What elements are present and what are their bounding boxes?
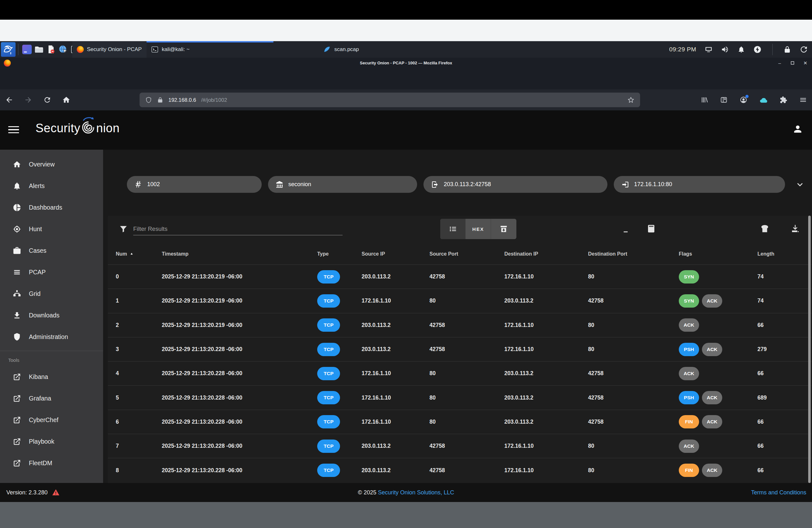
close-button[interactable]: ✕ (802, 60, 809, 66)
sidebar-item-label: Kibana (29, 373, 48, 381)
column-header-destination-ip[interactable]: Destination IP (504, 251, 588, 257)
taskbar-task-terminal[interactable]: kali@kali: ~ (147, 41, 273, 58)
maximize-button[interactable] (790, 61, 795, 65)
cell-source-port: 80 (430, 419, 504, 425)
sidebar-item-overview[interactable]: Overview (0, 153, 103, 175)
cloud-sync-icon[interactable] (759, 96, 768, 104)
display-icon[interactable] (705, 45, 713, 54)
sidebar-tool-grafana[interactable]: Grafana (0, 387, 103, 409)
sidebar-item-administration[interactable]: Administration (0, 326, 103, 348)
account-icon[interactable] (740, 96, 747, 104)
extensions-puzzle-icon[interactable] (780, 96, 787, 104)
packet-view-button[interactable] (440, 219, 466, 239)
workspace-switcher[interactable] (21, 43, 33, 56)
column-header-flags[interactable]: Flags (679, 251, 757, 257)
job-id-value: 1002 (147, 181, 160, 188)
kali-applications-button[interactable] (1, 42, 16, 57)
sidebar-toggle-button[interactable] (8, 124, 19, 135)
terms-link[interactable]: Terms and Conditions (751, 489, 806, 496)
sidebar-item-hunt[interactable]: Hunt (0, 218, 103, 240)
lock-icon[interactable] (157, 97, 163, 103)
download-pcap-icon[interactable] (791, 224, 800, 233)
cell-type: TCP (317, 415, 362, 428)
column-header-num[interactable]: Num (116, 251, 162, 257)
file-manager-launcher[interactable] (33, 43, 45, 56)
folder-icon (34, 44, 44, 55)
sidebar-item-alerts[interactable]: Alerts (0, 175, 103, 196)
forward-button[interactable] (24, 89, 32, 111)
pound-icon (134, 181, 142, 188)
table-row[interactable]: 32025-12-29 21:13:20.228 -06:00TCP203.0.… (108, 337, 811, 361)
scrollbar-thumb[interactable] (808, 216, 811, 483)
sidebar-toggle-icon[interactable] (720, 96, 728, 104)
sidebar-tool-cyberchef[interactable]: CyberChef (0, 409, 103, 431)
column-header-source-ip[interactable]: Source IP (362, 251, 430, 257)
sidebar-item-dashboards[interactable]: Dashboards (0, 196, 103, 218)
flag-chip-ack: ACK (679, 367, 699, 380)
url-bar[interactable]: 192.168.0.6/#/job/1002 (140, 92, 640, 107)
menu-hamburger-icon[interactable] (799, 96, 807, 104)
cell-type: TCP (317, 318, 362, 332)
cell-flags: FINACK (679, 415, 757, 428)
kali-dragon-icon (2, 43, 14, 56)
minimize-button[interactable]: – (776, 60, 783, 65)
sensor-node-chip: seconion (268, 176, 417, 193)
web-browser-launcher[interactable] (57, 43, 69, 56)
taskbar-task-wireshark[interactable]: scan.pcap (318, 41, 452, 58)
sidebar-item-label: PCAP (29, 268, 46, 276)
collapse-minus-icon[interactable] (622, 227, 631, 237)
bread-slice-icon[interactable] (760, 224, 769, 233)
sidebar-item-grid[interactable]: Grid (0, 283, 103, 305)
bookmark-star-icon[interactable] (627, 97, 634, 103)
hex-view-button[interactable]: HEX (466, 219, 491, 239)
sidebar-tool-playbook[interactable]: Playbook (0, 431, 103, 452)
reload-button[interactable] (43, 89, 52, 111)
sidebar-tool-fleetdm[interactable]: FleetDM (0, 452, 103, 474)
card-view-icon[interactable] (647, 224, 656, 233)
table-row[interactable]: 72025-12-29 21:13:20.228 -06:00TCP203.0.… (108, 434, 811, 458)
lock-screen-icon[interactable] (783, 46, 791, 53)
cell-destination-port: 42758 (588, 370, 679, 377)
filter-input[interactable] (133, 223, 343, 235)
power-manager-icon[interactable] (753, 45, 762, 54)
back-button[interactable] (5, 89, 13, 111)
cell-num: 1 (116, 297, 162, 304)
home-button[interactable] (62, 89, 70, 111)
cell-num: 7 (116, 443, 162, 449)
sidebar-item-pcap[interactable]: PCAP (0, 261, 103, 283)
sidebar-tool-kibana[interactable]: Kibana (0, 366, 103, 387)
cell-source-port: 42758 (430, 322, 504, 328)
table-row[interactable]: 52025-12-29 21:13:20.228 -06:00TCP172.16… (108, 385, 811, 409)
logout-icon[interactable] (799, 45, 808, 54)
column-header-length[interactable]: Length (757, 251, 811, 257)
source-endpoint-chip: 203.0.113.2:42758 (423, 176, 607, 193)
sidebar-item-downloads[interactable]: Downloads (0, 305, 103, 326)
sidebar-item-cases[interactable]: Cases (0, 240, 103, 261)
column-header-timestamp[interactable]: Timestamp (162, 251, 317, 257)
unwrap-packets-button[interactable] (491, 219, 517, 239)
column-header-destination-port[interactable]: Destination Port (588, 251, 679, 257)
protocol-chip: TCP (317, 464, 340, 477)
company-link[interactable]: Security Onion Solutions, LLC (378, 489, 454, 496)
volume-icon[interactable] (721, 45, 729, 54)
column-header-type[interactable]: Type (317, 251, 362, 257)
table-row[interactable]: 82025-12-29 21:13:20.228 -06:00TCP203.0.… (108, 458, 811, 482)
taskbar-task-firefox[interactable]: Security Onion - PCAP - ... (72, 41, 147, 58)
notifications-bell-icon[interactable] (738, 46, 745, 53)
text-editor-launcher[interactable] (45, 43, 57, 56)
taskbar-clock[interactable]: 09:29 PM (669, 46, 696, 53)
table-row[interactable]: 22025-12-29 21:13:20.219 -06:00TCP203.0.… (108, 313, 811, 337)
table-row[interactable]: 12025-12-29 21:13:20.219 -06:00TCP172.16… (108, 289, 811, 313)
cell-timestamp: 2025-12-29 21:13:20.228 -06:00 (162, 443, 317, 449)
table-row[interactable]: 02025-12-29 21:13:20.219 -06:00TCP203.0.… (108, 264, 811, 289)
column-header-source-port[interactable]: Source Port (430, 251, 504, 257)
shield-icon[interactable] (145, 97, 152, 103)
expand-job-details-chevron[interactable] (795, 179, 805, 190)
cell-flags: PSHACK (679, 343, 757, 356)
user-account-icon[interactable] (792, 124, 803, 134)
vm-top-black-bar (0, 0, 812, 20)
library-icon[interactable] (700, 96, 708, 104)
table-row[interactable]: 42025-12-29 21:13:20.228 -06:00TCP172.16… (108, 361, 811, 385)
table-row[interactable]: 62025-12-29 21:13:20.228 -06:00TCP172.16… (108, 410, 811, 434)
cell-timestamp: 2025-12-29 21:13:20.219 -06:00 (162, 273, 317, 280)
